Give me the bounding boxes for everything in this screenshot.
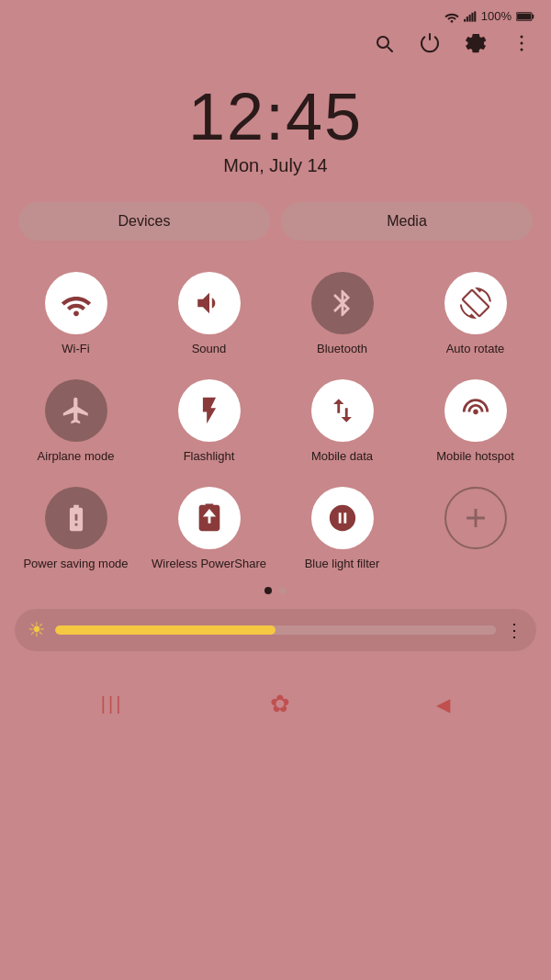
page-dots [0, 581, 551, 605]
wifi-status-icon [444, 10, 459, 23]
svg-rect-1 [464, 18, 466, 21]
svg-rect-5 [474, 11, 476, 21]
svg-point-11 [521, 49, 523, 51]
tile-wifi-circle [45, 272, 107, 334]
tile-sound-circle [178, 272, 241, 334]
brightness-fill [55, 625, 276, 635]
svg-point-0 [450, 20, 453, 23]
tab-row: Devices Media [0, 184, 551, 250]
tile-powersaving[interactable]: Power saving mode [9, 474, 142, 581]
quick-settings-grid: Wi-Fi Sound Bluetooth Auto rotate Airpla… [0, 250, 551, 581]
svg-point-10 [521, 42, 523, 45]
tile-sound[interactable]: Sound [142, 259, 276, 366]
tile-mobiledata-circle [311, 379, 374, 442]
brightness-icon: ☀ [28, 618, 46, 642]
tile-autorotate-circle [444, 272, 507, 334]
svg-point-9 [521, 36, 523, 39]
tile-bluetooth-label: Bluetooth [317, 342, 367, 357]
clock-time: 12:45 [0, 84, 551, 150]
brightness-row[interactable]: ☀ ⋮ [15, 609, 536, 651]
status-bar: 100% [0, 0, 551, 27]
power-button[interactable] [417, 30, 443, 56]
svg-rect-8 [532, 14, 534, 17]
settings-button[interactable] [463, 30, 489, 56]
clock-section: 12:45 Mon, July 14 [0, 65, 551, 184]
tile-flashlight-circle [178, 379, 241, 442]
svg-rect-2 [467, 17, 468, 22]
more-button[interactable] [509, 30, 534, 56]
status-icons: 100% [444, 9, 534, 23]
tile-airplane-label: Airplane mode [38, 449, 115, 465]
brightness-more-button[interactable]: ⋮ [505, 619, 523, 641]
tile-flashlight-label: Flashlight [184, 449, 235, 465]
tab-media[interactable]: Media [281, 202, 533, 241]
top-icons-row [0, 27, 551, 65]
tile-add[interactable] [409, 474, 542, 581]
tile-bluelight-circle [311, 487, 374, 549]
tile-powershare-circle [178, 487, 241, 549]
tile-autorotate-label: Auto rotate [446, 342, 505, 357]
tile-powersaving-circle [45, 487, 107, 549]
signal-icon [464, 10, 477, 23]
home-button[interactable]: ✿ [270, 690, 290, 718]
search-button[interactable] [371, 30, 397, 56]
tile-hotspot-circle [444, 379, 507, 442]
tile-powershare[interactable]: Wireless PowerShare [142, 474, 276, 581]
clock-date: Mon, July 14 [0, 155, 551, 176]
tile-bluetooth-circle [311, 272, 374, 334]
back-button[interactable]: ◀ [436, 693, 450, 715]
recents-button[interactable]: ||| [101, 693, 124, 715]
page-dot-2 [279, 587, 287, 594]
svg-rect-7 [517, 13, 531, 18]
battery-icon [516, 11, 534, 22]
tile-wifi-label: Wi-Fi [62, 342, 89, 357]
bottom-nav: ||| ✿ ◀ [0, 677, 551, 732]
svg-rect-4 [471, 12, 473, 21]
tile-powersaving-label: Power saving mode [23, 557, 128, 572]
tile-mobiledata-label: Mobile data [311, 449, 373, 465]
tile-add-circle [444, 487, 507, 549]
tile-autorotate[interactable]: Auto rotate [409, 259, 542, 366]
page-dot-1 [264, 587, 272, 594]
svg-point-12 [73, 311, 79, 317]
tile-bluelight[interactable]: Blue light filter [276, 474, 409, 581]
brightness-bar[interactable] [55, 625, 496, 635]
tile-flashlight[interactable]: Flashlight [142, 366, 276, 474]
tile-hotspot[interactable]: Mobile hotspot [409, 366, 542, 474]
tile-powershare-label: Wireless PowerShare [152, 557, 266, 572]
tab-devices[interactable]: Devices [18, 202, 270, 241]
tile-sound-label: Sound [192, 342, 227, 357]
tile-airplane[interactable]: Airplane mode [9, 366, 142, 474]
battery-text: 100% [481, 9, 512, 23]
tile-bluelight-label: Blue light filter [305, 557, 380, 572]
tile-airplane-circle [45, 379, 107, 442]
tile-hotspot-label: Mobile hotspot [436, 449, 514, 465]
tile-bluetooth[interactable]: Bluetooth [276, 259, 409, 366]
svg-rect-3 [468, 14, 470, 21]
tile-wifi[interactable]: Wi-Fi [9, 259, 142, 366]
tile-mobiledata[interactable]: Mobile data [276, 366, 409, 474]
